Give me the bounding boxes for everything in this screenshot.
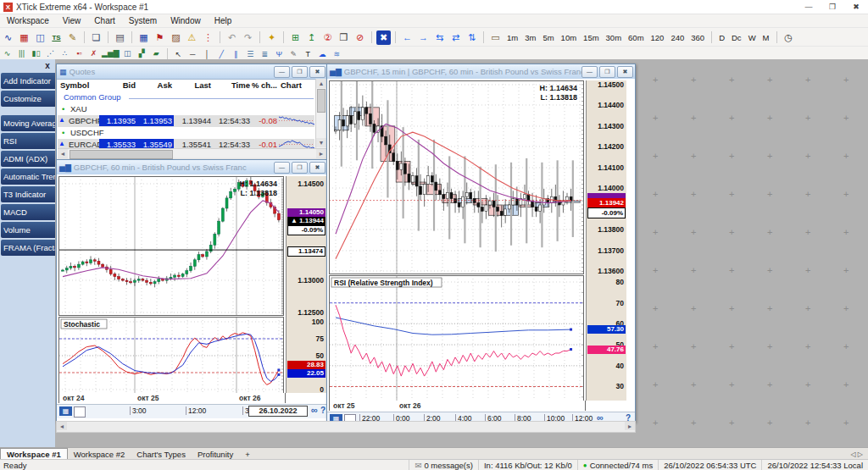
menu-help[interactable]: Help (208, 16, 239, 25)
timeframe-240-button[interactable]: 240 (668, 33, 687, 42)
quote-row-symbol[interactable]: GBPCHF (69, 116, 103, 125)
menu-chart[interactable]: Chart (87, 16, 121, 25)
quote-row-symbol[interactable]: USDCHF (70, 128, 104, 137)
minimize-button[interactable]: — (797, 1, 821, 14)
c60-plot[interactable]: H: 1.14634L: 1.13818Stochastic (58, 176, 284, 393)
pencil-icon[interactable]: ✎ (65, 30, 80, 45)
link-charts-icon[interactable]: ∞ (311, 405, 318, 415)
menu-workspace[interactable]: Workspace (0, 16, 56, 25)
sidebar-item-rsi[interactable]: RSI (1, 133, 57, 149)
timeframe-3m-button[interactable]: 3m (522, 33, 538, 42)
quotes-titlebar[interactable]: ▦ Quotes — ❐ ✖ (57, 64, 327, 80)
period-W-button[interactable]: W (746, 33, 759, 42)
period-M-button[interactable]: M (760, 33, 772, 42)
chart60-close-button[interactable]: ✖ (309, 162, 326, 174)
table-icon[interactable]: ▦ (136, 30, 151, 45)
workspace-scrollbar[interactable]: ◂ ▸ (56, 421, 636, 433)
c15-plot[interactable]: H: 1.14634L: 1.13818RSI (Relative Streng… (329, 80, 584, 401)
vertical-line-tool-icon[interactable]: │ (201, 48, 214, 60)
redo-icon[interactable]: ↷ (241, 30, 255, 45)
timeframe-15m-button[interactable]: 15m (581, 33, 601, 42)
trendline-tool-icon[interactable]: ╱ (215, 48, 228, 60)
quotes-header-symbol[interactable]: Symbol (60, 80, 99, 90)
flag-icon[interactable]: ⚑ (153, 30, 167, 45)
scroll-right-icon[interactable]: ► (316, 149, 326, 158)
quotes-header-ask[interactable]: Ask (136, 80, 172, 90)
chart60-minimize-button[interactable]: — (274, 162, 290, 174)
shapes-tool-icon[interactable]: ☁ (316, 48, 329, 60)
sidebar-item-volume[interactable]: Volume (1, 222, 57, 238)
timeframe-10m-button[interactable]: 10m (559, 33, 579, 42)
sidebar-item-moving-average[interactable]: Moving Average (1, 115, 57, 131)
page-setup-icon[interactable]: ❏ (89, 30, 103, 45)
quotes-close-button[interactable]: ✖ (309, 66, 326, 78)
quotes-header-last[interactable]: Last (172, 80, 211, 90)
scroll-left-icon[interactable]: ◄ (58, 149, 68, 158)
menu-window[interactable]: Window (164, 16, 208, 25)
crop-icon[interactable]: ❒ (337, 30, 351, 45)
sidebar-item-frama-fractal-a[interactable]: FRAMA (Fractal A (1, 240, 57, 256)
quotes-maximize-button[interactable]: ❐ (292, 66, 308, 78)
market-depth-icon[interactable]: ◫ (33, 30, 47, 45)
new-chart-icon[interactable]: ∿ (1, 30, 15, 45)
quotes-header-chart[interactable]: Chart (281, 80, 314, 90)
scroll-right-icon[interactable]: ⇄ (448, 30, 463, 45)
quotes-header-time[interactable]: Time (211, 80, 250, 90)
close-window-icon[interactable]: ✖ (376, 30, 391, 45)
chart15-minimize-button[interactable]: — (581, 66, 598, 78)
alerts-icon[interactable]: ⚠ (185, 30, 199, 45)
sidebar-item-add-indicator[interactable]: Add Indicator (1, 73, 57, 89)
arrow-right-icon[interactable]: → (416, 30, 431, 45)
period-D-button[interactable]: D (716, 33, 727, 42)
add-indicator-icon[interactable]: ⊞ (288, 30, 303, 45)
bid-value[interactable]: 1.13935 (99, 115, 137, 126)
arrow-left-icon[interactable]: ← (400, 30, 415, 45)
scroll-left-icon[interactable]: ⇆ (432, 30, 447, 45)
zoom-2x-icon[interactable]: ② (320, 30, 335, 45)
sidebar-close-icon[interactable]: x (42, 61, 53, 71)
quotes-vertical-scrollbar[interactable]: ▲▼ (315, 79, 326, 148)
timeframe-360-button[interactable]: 360 (688, 33, 707, 42)
text-tool-icon[interactable]: T (302, 48, 314, 60)
auto-shift-icon[interactable]: ⇅ (465, 30, 479, 45)
undo-icon[interactable]: ↶ (225, 30, 239, 45)
timeframe-5m-button[interactable]: 5m (540, 33, 556, 42)
chart15-maximize-button[interactable]: ❐ (599, 66, 615, 78)
quotes-minimize-button[interactable]: — (274, 66, 290, 78)
time-sales-icon[interactable]: TS (49, 30, 64, 45)
timeframe-1m-button[interactable]: 1m (504, 33, 520, 42)
help-icon[interactable]: ? (320, 406, 326, 415)
menu-view[interactable]: View (56, 16, 88, 25)
scroll-thumb[interactable] (70, 150, 173, 159)
disable-icon[interactable]: ⊘ (353, 30, 367, 45)
ask-value[interactable]: 1.13953 (136, 115, 174, 126)
timeframe-120-button[interactable]: 120 (648, 33, 667, 42)
quotes-horizontal-scrollbar[interactable]: ◄► (58, 148, 326, 159)
close-button[interactable]: ✖ (844, 1, 868, 14)
horizontal-line-tool-icon[interactable]: ─ (186, 48, 199, 60)
quotes-header-bid[interactable]: Bid (99, 80, 136, 90)
sidebar-item-t3-indicator[interactable]: T3 Indicator (1, 186, 57, 202)
traffic-light-icon[interactable]: ⋮ (201, 30, 215, 45)
measure-icon[interactable]: ▭ (488, 30, 503, 45)
chart15-close-button[interactable]: ✖ (617, 66, 633, 78)
sidebar-item-admi-adx[interactable]: ADMI (ADX) (1, 151, 57, 167)
clipboard-icon[interactable]: ▨ (169, 30, 183, 45)
quotes-window-icon[interactable]: ▦ (17, 30, 31, 45)
hatch-tool-icon[interactable]: ≋ (331, 48, 343, 60)
grid-settings-button[interactable]: ▦ (59, 406, 72, 416)
timeframe-60m-button[interactable]: 60m (626, 33, 646, 42)
server-time-icon[interactable]: ◷ (782, 30, 796, 45)
c15-price-axis[interactable]: 1.145001.144001.143001.142001.141001.140… (586, 80, 626, 401)
sidebar-item-macd[interactable]: MACD (1, 204, 57, 220)
scroll-up-icon[interactable]: ▲ (316, 79, 326, 88)
cursor-date-box[interactable]: 26.10.2022 (248, 406, 308, 417)
c60-price-axis[interactable]: 1.145001.130001.12500100755001.14050▲ 1.… (286, 176, 326, 393)
pointer-tool-icon[interactable]: ↖ (172, 48, 185, 60)
scroll-thumb[interactable] (317, 89, 326, 113)
pitchfork-tool-icon[interactable]: Ψ (273, 48, 286, 60)
period-Dc-button[interactable]: Dc (729, 33, 744, 42)
workspace-tab-workspace-1[interactable]: Workspace #1 (0, 448, 68, 460)
scroll-down-icon[interactable]: ▼ (316, 138, 326, 147)
chart15-titlebar[interactable]: ▅▇ GBPCHF, 15 min | GBPCHF, 60 min - Bri… (327, 64, 635, 80)
